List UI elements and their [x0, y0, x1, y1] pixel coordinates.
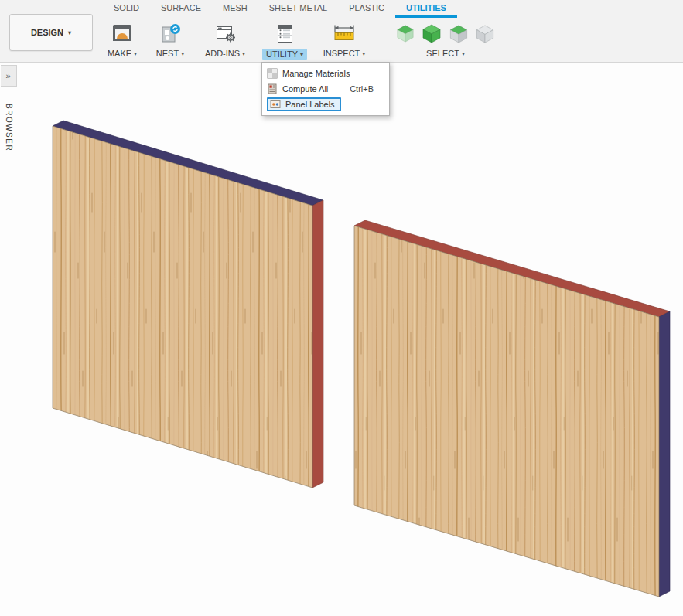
tab-solid[interactable]: SOLID [103, 0, 150, 18]
panel-labels-icon [270, 99, 281, 110]
menu-item-label: Compute All [282, 84, 328, 94]
utility-label: UTILITY [266, 49, 298, 59]
tab-sheet-metal[interactable]: SHEET METAL [258, 0, 338, 18]
browser-panel-tab: » BROWSER [0, 65, 17, 151]
nest-dropdown[interactable]: NEST ▾ [156, 49, 184, 58]
3d-print-icon[interactable] [111, 23, 133, 43]
select-cube-icon-3[interactable] [449, 23, 469, 44]
menu-item-selected-highlight[interactable]: Panel Labels [267, 97, 341, 111]
tab-utilities[interactable]: UTILITIES [395, 0, 457, 18]
menu-item-manage-materials[interactable]: Manage Materials [262, 66, 389, 81]
panel-right-side-edge[interactable] [659, 311, 670, 597]
browser-panel-label: BROWSER [5, 104, 13, 151]
select-dropdown[interactable]: SELECT ▾ [426, 49, 465, 58]
chevron-down-icon: ▾ [242, 50, 245, 57]
menu-item-label: Panel Labels [285, 100, 335, 109]
make-label: MAKE [108, 49, 131, 58]
menu-item-compute-all[interactable]: Compute All Ctrl+B [262, 81, 389, 97]
ribbon-group-utility: UTILITY ▾ [258, 19, 311, 60]
utility-form-icon[interactable] [275, 23, 295, 44]
ribbon-group-select: SELECT ▾ [377, 19, 514, 58]
nest-icon[interactable] [160, 23, 181, 44]
addins-dropdown[interactable]: ADD-INS ▾ [205, 49, 245, 58]
chevron-down-icon: ▾ [134, 50, 137, 57]
ribbon-group-nest: NEST ▾ [149, 19, 191, 58]
select-cube-icon-4[interactable] [475, 23, 495, 44]
design-workspace-button[interactable]: DESIGN ▾ [9, 14, 93, 51]
chevron-down-icon: ▾ [300, 51, 303, 58]
inspect-label: INSPECT [323, 49, 360, 58]
chevron-down-icon: ▾ [462, 50, 465, 57]
design-workspace-label: DESIGN [31, 28, 63, 37]
select-cube-icon-2[interactable] [421, 22, 442, 44]
make-dropdown[interactable]: MAKE ▾ [108, 49, 137, 58]
tab-mesh[interactable]: MESH [212, 0, 258, 18]
tab-surface[interactable]: SURFACE [150, 0, 212, 18]
ribbon-group-make: MAKE ▾ [102, 19, 142, 58]
measure-icon[interactable] [332, 23, 357, 43]
select-label: SELECT [426, 49, 459, 58]
ribbon-toolbar: DESIGN ▾ SOLID SURFACE MESH SHEET METAL … [0, 0, 683, 63]
panel-left-face[interactable] [53, 126, 312, 488]
ribbon-group-inspect: INSPECT ▾ [315, 19, 374, 58]
menu-item-shortcut: Ctrl+B [350, 84, 384, 94]
compute-all-icon [267, 83, 278, 94]
double-chevron-right-icon: » [5, 71, 10, 80]
menu-item-label: Manage Materials [282, 69, 350, 78]
ribbon-tabs: SOLID SURFACE MESH SHEET METAL PLASTIC U… [103, 0, 457, 18]
wood-panel-left[interactable] [53, 121, 323, 488]
browser-expand-button[interactable]: » [1, 65, 17, 87]
chevron-down-icon: ▾ [68, 29, 71, 36]
utility-dropdown[interactable]: UTILITY ▾ [262, 49, 307, 60]
select-cube-icon-1[interactable] [396, 23, 415, 43]
addins-window-gear-icon[interactable] [215, 23, 236, 43]
panel-right-face[interactable] [354, 226, 659, 597]
menu-item-panel-labels[interactable]: Panel Labels [262, 97, 389, 112]
panel-left-side-edge[interactable] [312, 200, 323, 488]
chevron-down-icon: ▾ [362, 50, 365, 57]
utility-dropdown-menu: Manage Materials Compute All Ctrl+B Pane… [261, 62, 390, 116]
chevron-down-icon: ▾ [181, 50, 184, 57]
inspect-dropdown[interactable]: INSPECT ▾ [323, 49, 366, 58]
addins-label: ADD-INS [205, 49, 240, 58]
manage-materials-icon [267, 68, 278, 79]
ribbon-group-addins: ADD-INS ▾ [197, 19, 253, 58]
wood-panel-right[interactable] [354, 220, 670, 597]
tab-plastic[interactable]: PLASTIC [338, 0, 395, 18]
nest-label: NEST [156, 49, 179, 58]
